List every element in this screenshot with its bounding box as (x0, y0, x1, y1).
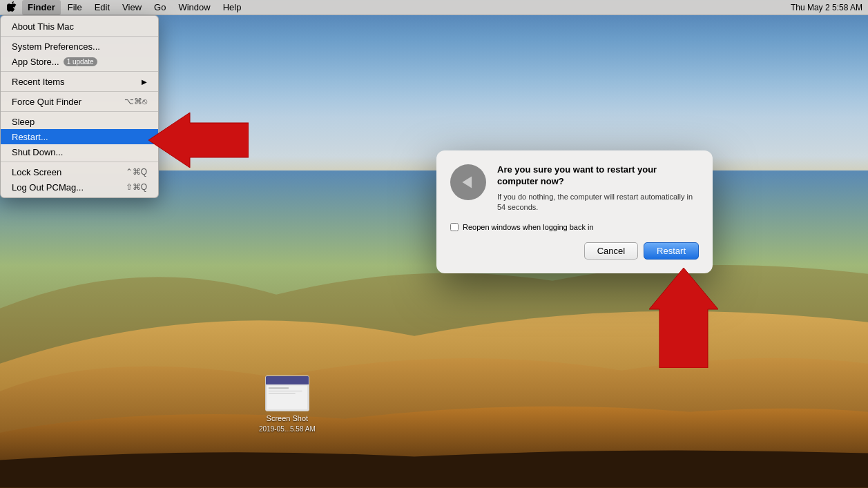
svg-marker-4 (462, 176, 472, 188)
desktop-icon-date: 2019-05...5.58 AM (259, 425, 316, 433)
menu-item-recent-items[interactable]: Recent Items ▶ (1, 74, 158, 89)
menubar-right: Thu May 2 5:58 AM (791, 3, 862, 12)
svg-marker-2 (148, 113, 249, 168)
dialog-body: If you do nothing, the computer will res… (497, 192, 699, 213)
dialog-text: Are you sure you want to restart your co… (497, 164, 699, 213)
reopen-windows-label: Reopen windows when logging back in (463, 223, 594, 231)
desktop-screenshot-icon[interactable]: Screen Shot 2019-05...5.58 AM (259, 375, 316, 433)
dunes (0, 170, 868, 488)
svg-rect-10 (269, 393, 296, 394)
desktop-icon-label: Screen Shot (267, 414, 309, 422)
restart-button[interactable]: Restart (644, 242, 699, 260)
menubar-finder[interactable]: Finder (22, 0, 61, 15)
svg-rect-9 (269, 391, 302, 391)
dialog-buttons: Cancel Restart (450, 242, 699, 260)
dialog-checkbox-row[interactable]: Reopen windows when logging back in (450, 223, 699, 231)
logout-shortcut: ⇧⌘Q (126, 182, 147, 192)
app-store-badge: 1 update (64, 57, 97, 66)
menubar-help[interactable]: Help (218, 0, 247, 15)
menubar-edit[interactable]: Edit (89, 0, 115, 15)
dialog-icon (450, 164, 486, 200)
menubar: Finder File Edit View Go Window Help Thu… (0, 0, 868, 15)
menu-item-about[interactable]: About This Mac (1, 19, 158, 34)
menu-item-sleep[interactable]: Sleep (1, 114, 158, 129)
force-quit-shortcut: ⌥⌘⎋ (124, 97, 147, 106)
svg-rect-7 (267, 385, 307, 409)
screenshot-thumbnail (265, 375, 309, 411)
restart-dialog: Are you sure you want to restart your co… (436, 150, 713, 273)
svg-rect-8 (269, 387, 289, 389)
clock: Thu May 2 5:58 AM (791, 3, 862, 12)
apple-dropdown-menu: About This Mac System Preferences... App… (0, 15, 159, 198)
menu-separator-5 (1, 162, 158, 162)
recent-items-arrow: ▶ (142, 78, 147, 86)
dialog-content: Are you sure you want to restart your co… (450, 164, 699, 213)
menu-item-shutdown[interactable]: Shut Down... (1, 144, 158, 159)
reopen-windows-checkbox[interactable] (450, 223, 459, 231)
menu-separator-4 (1, 111, 158, 112)
arrow-up-indicator (649, 268, 718, 368)
menu-item-force-quit[interactable]: Force Quit Finder ⌥⌘⎋ (1, 94, 158, 109)
menu-separator-2 (1, 71, 158, 72)
svg-rect-6 (266, 376, 309, 384)
cancel-button[interactable]: Cancel (584, 242, 638, 260)
menu-separator-3 (1, 91, 158, 92)
menubar-go[interactable]: Go (148, 0, 171, 15)
menu-item-app-store[interactable]: App Store... 1 update (1, 54, 158, 69)
dialog-title: Are you sure you want to restart your co… (497, 164, 699, 188)
apple-logo[interactable] (6, 1, 18, 14)
menubar-view[interactable]: View (117, 0, 147, 15)
svg-marker-3 (649, 268, 718, 368)
menu-item-logout[interactable]: Log Out PCMag... ⇧⌘Q (1, 179, 158, 195)
menu-separator-1 (1, 36, 158, 37)
lock-screen-shortcut: ⌃⌘Q (126, 167, 147, 177)
arrow-left-indicator (148, 113, 249, 168)
menu-item-restart[interactable]: Restart... (1, 129, 158, 144)
menubar-file[interactable]: File (62, 0, 88, 15)
menu-item-system-prefs[interactable]: System Preferences... (1, 39, 158, 54)
menu-item-lock-screen[interactable]: Lock Screen ⌃⌘Q (1, 164, 158, 179)
menubar-window[interactable]: Window (173, 0, 215, 15)
